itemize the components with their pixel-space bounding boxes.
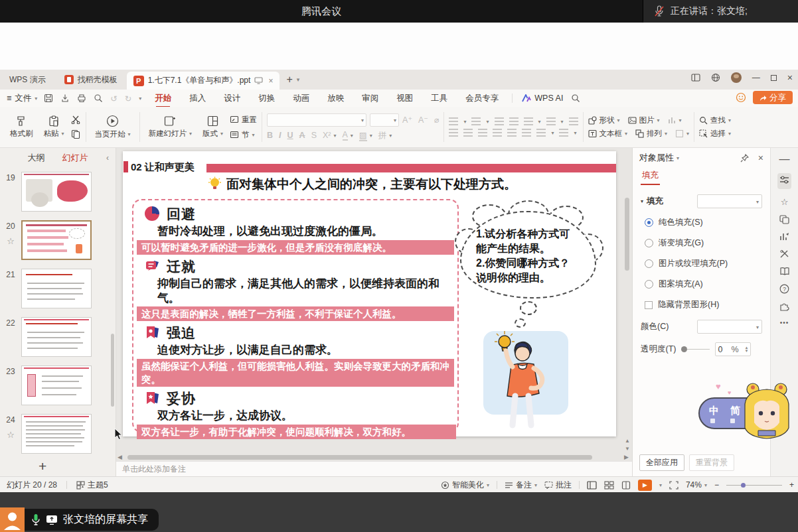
redo-icon[interactable]: ↻ bbox=[125, 94, 131, 103]
notes-button[interactable]: 备注 ▾ bbox=[505, 480, 537, 491]
comments-button[interactable]: 批注 bbox=[544, 480, 572, 491]
slide-19-thumbnail[interactable] bbox=[21, 172, 92, 212]
more-tools-icon[interactable]: ••• bbox=[780, 319, 789, 326]
close-window-button[interactable]: × bbox=[787, 72, 793, 83]
tab-wps-home[interactable]: WPS 演示 bbox=[0, 70, 55, 90]
properties-tool-icon-active[interactable] bbox=[777, 173, 791, 189]
search-icon[interactable] bbox=[571, 94, 580, 103]
arrange-button[interactable]: 排列▾ bbox=[635, 129, 667, 139]
tab-animation[interactable]: 动画 bbox=[291, 91, 311, 106]
tab-list-caret-icon[interactable]: ▾ bbox=[297, 76, 300, 83]
fill-option-gradient[interactable]: 渐变填充(G) bbox=[645, 237, 762, 249]
background-button[interactable]: ▾ bbox=[675, 129, 689, 138]
fill-preset-dropdown[interactable]: ▾ bbox=[697, 194, 762, 208]
print-preview-icon[interactable] bbox=[94, 94, 103, 103]
tab-slideshow[interactable]: 放映 bbox=[326, 91, 345, 106]
slide-20-editor[interactable]: 02 让和声更美 面对集体中个人之间的冲突，主要有以下处理方式。 回避 bbox=[123, 151, 616, 436]
transparency-spinner[interactable]: 0 % ▲▼ bbox=[715, 342, 751, 356]
tab-docer-templates[interactable]: 找稻壳模板 bbox=[55, 70, 127, 90]
collapse-strip-icon[interactable]: — bbox=[779, 153, 790, 165]
tab-tools[interactable]: 工具 bbox=[430, 91, 449, 106]
chart-button[interactable]: ▾ bbox=[668, 116, 682, 125]
fill-option-solid[interactable]: 纯色填充(S) bbox=[645, 217, 762, 228]
slide-21-thumbnail[interactable] bbox=[21, 269, 92, 308]
decrease-indent-icon[interactable] bbox=[495, 117, 504, 125]
ime-language-mode[interactable]: 中 bbox=[709, 405, 719, 417]
tab-active-document[interactable]: P 1.七下7.1《单音与和声》.ppt × bbox=[127, 72, 280, 90]
resource-book-icon[interactable] bbox=[779, 267, 790, 276]
tab-home[interactable]: 开始 bbox=[153, 91, 173, 106]
hide-background-checkbox[interactable]: 隐藏背景图形(H) bbox=[645, 299, 762, 310]
font-size-select[interactable]: ▾ bbox=[370, 113, 399, 127]
copy-icon[interactable] bbox=[71, 129, 80, 139]
globe-icon[interactable] bbox=[711, 73, 720, 82]
highlight-color-button[interactable]: ▨▾ bbox=[359, 130, 372, 141]
dropdown-caret-icon[interactable]: ▾ bbox=[659, 482, 662, 488]
reading-view-icon[interactable] bbox=[621, 481, 631, 490]
indent-icon[interactable] bbox=[536, 129, 546, 137]
plugin-puzzle-icon[interactable] bbox=[779, 302, 789, 311]
text-direction-icon[interactable] bbox=[524, 117, 533, 125]
tab-member[interactable]: 会员专享 bbox=[464, 91, 500, 106]
line-spacing-icon[interactable] bbox=[546, 117, 556, 125]
expand-caret-icon[interactable]: ▾ bbox=[641, 198, 643, 204]
maximize-button[interactable] bbox=[771, 75, 777, 81]
theme-button[interactable]: 主题5 bbox=[76, 480, 108, 491]
select-button[interactable]: 选择▾ bbox=[699, 129, 731, 139]
find-button[interactable]: 查找▾ bbox=[699, 115, 731, 125]
zoom-out-button[interactable]: − bbox=[714, 480, 719, 490]
collapse-sidebar-icon[interactable]: ‹ bbox=[106, 153, 109, 163]
columns-icon[interactable] bbox=[522, 129, 531, 137]
dropdown-caret-icon[interactable]: ▾ bbox=[677, 155, 679, 161]
zoom-slider-handle[interactable] bbox=[741, 483, 746, 488]
shadow-button[interactable]: S bbox=[311, 131, 317, 140]
tab-design[interactable]: 设计 bbox=[222, 91, 242, 106]
normal-view-icon[interactable] bbox=[587, 481, 597, 490]
close-tab-icon[interactable]: × bbox=[268, 76, 273, 86]
zoom-level-button[interactable]: 74% ▾ bbox=[686, 480, 707, 490]
section-button[interactable]: 节▾ bbox=[230, 130, 257, 140]
align-right-icon[interactable] bbox=[478, 129, 487, 137]
tab-slides[interactable]: 幻灯片 bbox=[62, 152, 88, 164]
clear-format-icon[interactable]: ⌀ bbox=[434, 115, 439, 125]
notes-bar[interactable]: 单击此处添加备注 bbox=[116, 461, 632, 476]
paste-button[interactable]: 粘贴▾ bbox=[40, 114, 68, 140]
smart-beautify-button[interactable]: 智能美化 ▾ bbox=[441, 480, 489, 491]
align-left-icon[interactable] bbox=[449, 129, 458, 137]
transparency-slider-track[interactable] bbox=[687, 349, 710, 350]
output-icon[interactable] bbox=[60, 94, 70, 103]
star-icon[interactable]: ☆ bbox=[0, 236, 21, 246]
ime-status-widget[interactable]: ♥ ♥ 中 简 bbox=[697, 381, 798, 442]
pin-icon[interactable] bbox=[740, 154, 749, 163]
align-center-icon[interactable] bbox=[463, 129, 473, 137]
font-color-button[interactable]: A▾ bbox=[343, 130, 353, 141]
slideshow-play-button[interactable]: ▶ bbox=[638, 480, 652, 491]
effects-star-icon[interactable]: ☆ bbox=[781, 197, 789, 207]
distribute-icon[interactable] bbox=[507, 129, 517, 137]
tab-insert[interactable]: 插入 bbox=[188, 91, 207, 106]
undo-icon[interactable]: ↺ bbox=[110, 94, 117, 103]
numbering-icon[interactable] bbox=[471, 117, 481, 125]
transparency-slider-handle[interactable] bbox=[681, 346, 687, 352]
slide-23-thumbnail[interactable] bbox=[21, 366, 92, 405]
zoom-slider[interactable] bbox=[726, 485, 782, 486]
canvas-vertical-scrollbar[interactable] bbox=[625, 198, 629, 271]
fill-tab[interactable]: 填充 bbox=[641, 168, 660, 185]
tools-icon[interactable] bbox=[779, 249, 789, 259]
underline-button[interactable]: U bbox=[287, 131, 293, 140]
slide-24-thumbnail[interactable] bbox=[21, 414, 92, 454]
strikethrough-button[interactable]: A bbox=[299, 131, 305, 140]
slide-20-thumbnail-selected[interactable] bbox=[21, 220, 92, 260]
increase-font-icon[interactable]: A⁺ bbox=[402, 115, 412, 125]
shapes-button[interactable]: 形状▾ bbox=[588, 115, 620, 125]
phonetic-guide-button[interactable]: 拼▾ bbox=[378, 130, 392, 141]
font-family-select[interactable]: ▾ bbox=[267, 113, 366, 127]
feedback-smiley-icon[interactable] bbox=[736, 92, 746, 103]
add-slide-button[interactable]: + bbox=[39, 458, 46, 474]
merge-shape-icon[interactable] bbox=[569, 117, 578, 125]
scroll-left-icon[interactable]: ◀ bbox=[118, 454, 122, 460]
slide-22-thumbnail[interactable] bbox=[21, 317, 92, 357]
account-avatar[interactable] bbox=[731, 72, 742, 83]
star-icon[interactable]: ☆ bbox=[0, 430, 21, 440]
panel-title[interactable]: 对象属性 bbox=[639, 152, 674, 164]
